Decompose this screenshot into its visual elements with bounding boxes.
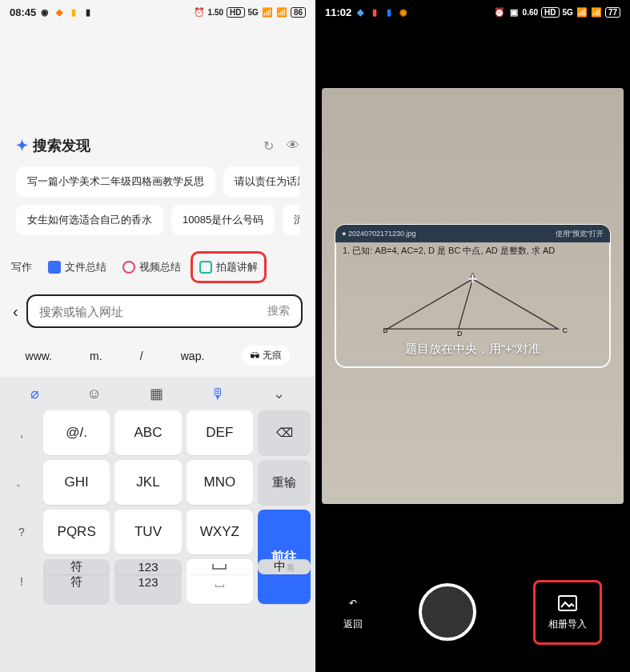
shutter-button[interactable] — [419, 583, 476, 641]
tab-write[interactable]: 写作 — [5, 251, 38, 283]
kb-side-period[interactable]: 。 — [5, 460, 38, 505]
keyboard: ⌀ ☺ ▦ 🎙 ⌄ , @/. ABC DEF ⌫ 。 GHI JKL MNO … — [0, 377, 315, 672]
app-icon-3: ▮ — [82, 6, 94, 18]
kb-numbers-2[interactable]: 123 — [114, 559, 181, 574]
search-input[interactable] — [39, 305, 267, 318]
tab-photo-solve[interactable]: 拍题讲解 — [191, 251, 267, 283]
kb-lang-toggle[interactable]: 中英 — [258, 559, 311, 574]
svg-text:D: D — [457, 330, 462, 336]
search-discover-section: ✦ 搜索发现 ↻ 👁 写一篇小学美术二年级四格画教学反思 请以责任为话题写 女生… — [0, 136, 315, 243]
kb-logo-icon[interactable]: ⌀ — [30, 385, 39, 402]
hd-badge: HD — [541, 7, 559, 18]
net-speed: 1.50 — [208, 8, 223, 17]
alarm-icon: ⏰ — [494, 6, 505, 18]
search-button[interactable]: 搜索 — [267, 304, 290, 318]
kb-key[interactable]: @/. — [43, 410, 110, 455]
app-icon: ◆ — [355, 6, 366, 18]
kb-collapse-icon[interactable]: ⌄ — [273, 385, 285, 402]
shortcut-wap[interactable]: wap. — [181, 350, 205, 362]
camera-bottom-bar: ↶ 返回 相册导入 — [315, 552, 630, 672]
kb-side-question[interactable]: ? — [5, 510, 38, 554]
kb-key[interactable]: DEF — [187, 410, 253, 455]
kb-key[interactable]: JKL — [114, 460, 181, 505]
kb-key[interactable]: MNO — [187, 460, 253, 505]
kb-emoji-icon[interactable]: ☺ — [87, 386, 102, 402]
kb-side-comma[interactable]: , — [5, 410, 38, 455]
app-icon: ▮ — [369, 6, 380, 18]
mask-icon: 🕶 — [250, 350, 259, 362]
kb-side-exclaim[interactable]: ! — [5, 559, 38, 604]
shortcut-www[interactable]: www. — [26, 350, 52, 362]
suggestion-chip[interactable]: 流量 — [283, 205, 299, 235]
kb-retype[interactable]: 重输 — [258, 460, 311, 505]
kb-symbols-2[interactable]: 符 — [43, 559, 110, 574]
battery-badge: 86 — [291, 7, 306, 18]
space-icon — [211, 562, 227, 572]
viewfinder[interactable]: ● 20240702171230.jpg 使用"预览"打开 1. 已知: AB=… — [322, 88, 624, 504]
kb-key[interactable]: TUV — [114, 510, 181, 554]
camera-solve-screen: 11:02 ◆ ▮ ▮ ◉ ⏰ ▣ 0.60 HD 5G 📶 📶 77 ● 20… — [315, 0, 630, 672]
kb-key[interactable]: WXYZ — [187, 510, 253, 554]
back-icon[interactable]: ‹ — [13, 302, 18, 321]
camera-status-icon: ▣ — [508, 6, 520, 18]
kb-go[interactable]: 前往 — [258, 510, 311, 604]
shortcut-slash[interactable]: / — [140, 350, 143, 362]
refresh-icon[interactable]: ↻ — [263, 138, 274, 154]
kb-key[interactable]: PQRS — [43, 510, 110, 554]
status-time: 08:45 — [10, 6, 36, 18]
tab-file-summary[interactable]: 文件总结 — [42, 251, 113, 283]
kb-clipboard-icon[interactable]: ▦ — [150, 385, 163, 402]
suggestion-chip[interactable]: 女生如何选适合自己的香水 — [16, 205, 163, 235]
album-import-button[interactable]: 相册导入 — [533, 580, 602, 645]
search-row: ‹ 搜索 — [0, 283, 315, 338]
app-icon-2: ▮ — [68, 6, 79, 18]
status-bar-right: 11:02 ◆ ▮ ▮ ◉ ⏰ ▣ 0.60 HD 5G 📶 📶 77 — [315, 0, 630, 24]
camera-icon — [199, 261, 212, 274]
kb-key[interactable]: GHI — [43, 460, 110, 505]
battery-badge: 77 — [605, 7, 620, 18]
weibo-icon: ◉ — [398, 6, 409, 18]
tab-video-summary[interactable]: 视频总结 — [116, 251, 187, 283]
suggestion-chip[interactable]: 10085是什么号码 — [171, 205, 275, 235]
kb-backspace[interactable]: ⌫ — [258, 410, 311, 455]
incognito-toggle[interactable]: 🕶 无痕 — [242, 346, 290, 366]
net-type: 5G — [248, 8, 259, 17]
kb-space-2[interactable] — [187, 559, 253, 574]
sparkle-icon: ✦ — [16, 137, 28, 154]
file-icon — [48, 261, 61, 274]
frame-hint: 题目放在中央，用"+"对准 — [336, 342, 609, 357]
problem-text: 1. 已知: AB=4, AC=2, D 是 BC 中点, AD 是整数, 求 … — [343, 245, 603, 257]
keyboard-toolbar: ⌀ ☺ ▦ 🎙 ⌄ — [0, 377, 315, 410]
back-button[interactable]: ↶ 返回 — [343, 594, 363, 631]
eye-icon[interactable]: 👁 — [287, 138, 299, 154]
gallery-icon — [558, 594, 577, 613]
signal-icon: 📶 — [576, 6, 588, 18]
svg-text:C: C — [563, 326, 568, 334]
signal-icon: 📶 — [262, 6, 273, 18]
app-icon: ◆ — [54, 6, 65, 18]
back-arrow-icon: ↶ — [343, 594, 363, 613]
svg-rect-6 — [559, 596, 576, 610]
address-bar[interactable]: 搜索 — [26, 294, 303, 328]
video-icon — [122, 261, 135, 274]
hd-badge: HD — [227, 7, 244, 18]
weibo-icon: ◉ — [39, 6, 50, 18]
status-time: 11:02 — [325, 6, 351, 18]
net-type: 5G — [563, 8, 573, 17]
kb-mic-icon[interactable]: 🎙 — [211, 386, 225, 402]
preview-window-header: ● 20240702171230.jpg 使用"预览"打开 — [335, 225, 610, 242]
kb-key[interactable]: ABC — [114, 410, 181, 455]
status-bar-left: 08:45 ◉ ◆ ▮ ▮ ⏰ 1.50 HD 5G 📶 📶 86 — [0, 0, 315, 24]
wifi-icon: 📶 — [276, 6, 287, 18]
suggestion-chip[interactable]: 写一篇小学美术二年级四格画教学反思 — [16, 166, 215, 197]
ai-action-tabs: 写作 文件总结 视频总结 拍题讲解 — [0, 243, 315, 283]
shortcut-m[interactable]: m. — [90, 350, 102, 362]
crosshair-icon: + — [467, 269, 478, 290]
svg-text:B: B — [383, 326, 388, 334]
wifi-icon: 📶 — [591, 6, 602, 18]
url-shortcut-bar: www. m. / wap. 🕶 无痕 — [0, 338, 315, 377]
net-speed: 0.60 — [523, 8, 538, 17]
suggestion-chip[interactable]: 请以责任为话题写 — [223, 166, 299, 197]
capture-frame[interactable]: ● 20240702171230.jpg 使用"预览"打开 1. 已知: AB=… — [335, 224, 611, 368]
alarm-icon: ⏰ — [194, 6, 205, 18]
